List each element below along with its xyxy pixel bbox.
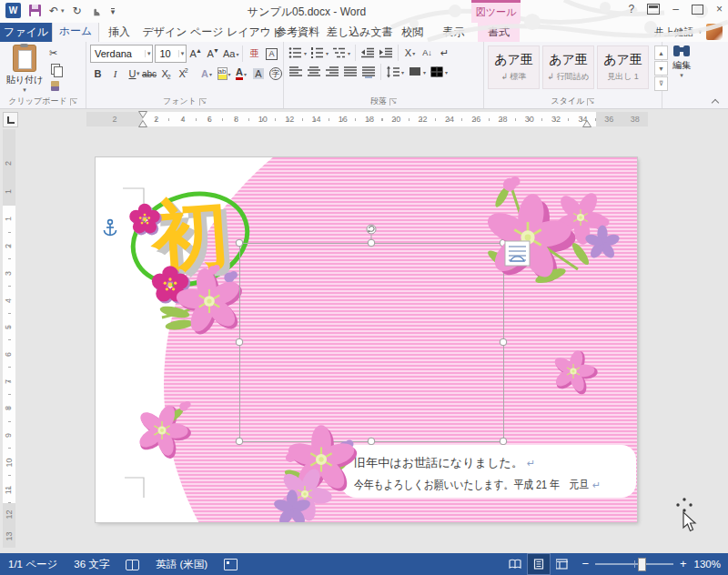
- document-page[interactable]: 初 初: [96, 157, 637, 522]
- first-line-indent-marker[interactable]: [138, 111, 147, 118]
- style-no-spacing[interactable]: あア亜 ↲ 行間詰め: [542, 45, 594, 89]
- styles-dialog-launcher[interactable]: ↘: [587, 98, 594, 106]
- char-shading-button[interactable]: A: [251, 66, 267, 81]
- text-effects-button[interactable]: A▾: [199, 66, 215, 81]
- tab-selector[interactable]: [3, 112, 18, 127]
- increase-indent-button[interactable]: [378, 45, 394, 60]
- tab-file[interactable]: ファイル: [0, 23, 52, 42]
- line-spacing-button[interactable]: ▾: [385, 65, 405, 79]
- paste-dropdown-icon[interactable]: ▾: [23, 86, 26, 94]
- hanging-indent-marker[interactable]: [138, 120, 147, 127]
- change-case-button[interactable]: Aa▾: [223, 46, 238, 61]
- save-button[interactable]: [29, 5, 41, 16]
- collapse-ribbon-button[interactable]: [712, 97, 719, 105]
- print-layout-button[interactable]: [527, 553, 551, 575]
- cut-button[interactable]: ✂: [49, 46, 67, 59]
- style-normal[interactable]: あア亜 ↲ 標準: [488, 45, 540, 89]
- layout-options-button[interactable]: [505, 241, 530, 266]
- tab-mailings[interactable]: 差し込み文書: [327, 23, 392, 42]
- ribbon-display-options-button[interactable]: [647, 4, 660, 15]
- zoom-level[interactable]: 130%: [694, 559, 728, 570]
- font-dialog-launcher[interactable]: ↘: [199, 98, 207, 106]
- close-button[interactable]: ×: [716, 3, 723, 15]
- tab-view[interactable]: 表示: [433, 23, 474, 42]
- distribute-button[interactable]: [360, 65, 377, 79]
- zoom-out-button[interactable]: −: [581, 554, 589, 574]
- bullets-button[interactable]: ▾: [288, 45, 308, 60]
- format-painter-button[interactable]: [49, 79, 67, 92]
- picture-tools-header[interactable]: 図ツール: [471, 0, 521, 23]
- style-heading1[interactable]: あア亜 見出し 1: [597, 45, 649, 89]
- grow-font-button[interactable]: A▲: [188, 46, 204, 61]
- multilevel-list-button[interactable]: ▾: [331, 45, 351, 60]
- maximize-button[interactable]: [692, 5, 703, 15]
- horizontal-ruler[interactable]: 2 246810121416182022242628303234 3638: [86, 112, 648, 126]
- account-area[interactable]: 井上健語 ▾: [653, 24, 723, 40]
- redo-button[interactable]: ↻: [73, 5, 82, 17]
- editing-menu-button[interactable]: 編集 ▾: [662, 42, 701, 108]
- tab-review[interactable]: 校閲: [392, 23, 433, 42]
- undo-button[interactable]: ↶: [49, 5, 58, 17]
- zoom-slider[interactable]: [595, 563, 673, 565]
- extended-format-button[interactable]: X▾: [402, 45, 418, 60]
- align-right-button[interactable]: [324, 65, 340, 79]
- customize-qat-button[interactable]: ▾: [111, 8, 116, 15]
- help-button[interactable]: ?: [629, 3, 635, 15]
- ruler-number: 22: [410, 115, 436, 124]
- tab-design[interactable]: デザイン: [139, 23, 190, 42]
- paragraph-dialog-launcher[interactable]: ↘: [389, 98, 397, 106]
- copy-button[interactable]: [49, 63, 67, 76]
- enclose-char-button[interactable]: 字: [268, 66, 284, 81]
- shrink-font-button[interactable]: A▼: [206, 46, 221, 61]
- page-indicator[interactable]: 1/1 ページ: [0, 553, 66, 575]
- numbering-button[interactable]: ▾: [309, 45, 329, 60]
- underline-button[interactable]: U: [125, 66, 140, 81]
- italic-button[interactable]: I: [107, 66, 123, 81]
- align-left-button[interactable]: [288, 65, 304, 79]
- align-center-button[interactable]: [306, 65, 322, 79]
- subscript-button[interactable]: X2: [159, 66, 175, 81]
- minimize-button[interactable]: –: [672, 3, 679, 15]
- read-mode-button[interactable]: [503, 553, 527, 575]
- decrease-indent-button[interactable]: [359, 45, 376, 60]
- cut-icon: ✂: [49, 47, 57, 59]
- tab-insert[interactable]: 挿入: [99, 23, 139, 42]
- font-size-select[interactable]: 10▾: [155, 45, 187, 63]
- tab-references[interactable]: 参考資料: [268, 23, 327, 42]
- font-color-button[interactable]: A▾: [234, 66, 249, 81]
- avatar[interactable]: [706, 24, 723, 40]
- document-area[interactable]: 21 1234567891011 1213: [0, 129, 728, 554]
- web-layout-button[interactable]: [551, 553, 574, 575]
- touch-mode-button[interactable]: [90, 5, 103, 17]
- sort-button[interactable]: A↓: [420, 45, 435, 60]
- rotate-handle[interactable]: [367, 225, 376, 234]
- word-count[interactable]: 36 文字: [66, 553, 117, 575]
- word-app-icon[interactable]: W: [5, 3, 21, 18]
- tab-page-layout[interactable]: ページ レイアウト: [190, 23, 268, 42]
- right-indent-marker[interactable]: [582, 120, 592, 127]
- undo-dropdown-icon[interactable]: ▾: [61, 7, 65, 15]
- font-name-select[interactable]: Verdana▾: [90, 45, 153, 63]
- paste-button[interactable]: 貼り付け ▾: [4, 45, 46, 95]
- tab-home[interactable]: ホーム: [52, 22, 99, 42]
- strikethrough-button[interactable]: abc: [142, 66, 157, 81]
- ime-status[interactable]: [216, 553, 246, 575]
- tab-format[interactable]: 書式: [478, 23, 520, 42]
- proofing-icon: [126, 560, 139, 570]
- ruby-button[interactable]: 亜: [247, 46, 262, 61]
- show-marks-button[interactable]: ↵: [437, 45, 452, 60]
- superscript-button[interactable]: X2: [177, 66, 192, 81]
- highlight-button[interactable]: ab▾: [217, 66, 232, 81]
- proofing-status[interactable]: [117, 553, 147, 575]
- zoom-slider-thumb[interactable]: [638, 558, 646, 571]
- clipboard-dialog-launcher[interactable]: ↘: [70, 98, 77, 106]
- bold-button[interactable]: B: [90, 66, 106, 81]
- paste-label: 貼り付け: [6, 74, 43, 86]
- borders-button[interactable]: ▾: [429, 65, 449, 79]
- vertical-ruler[interactable]: 21 1234567891011 1213: [3, 129, 15, 548]
- shading-button[interactable]: ▾: [407, 65, 427, 79]
- enclose-line-button[interactable]: A: [264, 46, 279, 61]
- language-indicator[interactable]: 英語 (米国): [147, 553, 216, 575]
- zoom-in-button[interactable]: +: [680, 554, 687, 574]
- justify-button[interactable]: [342, 65, 359, 79]
